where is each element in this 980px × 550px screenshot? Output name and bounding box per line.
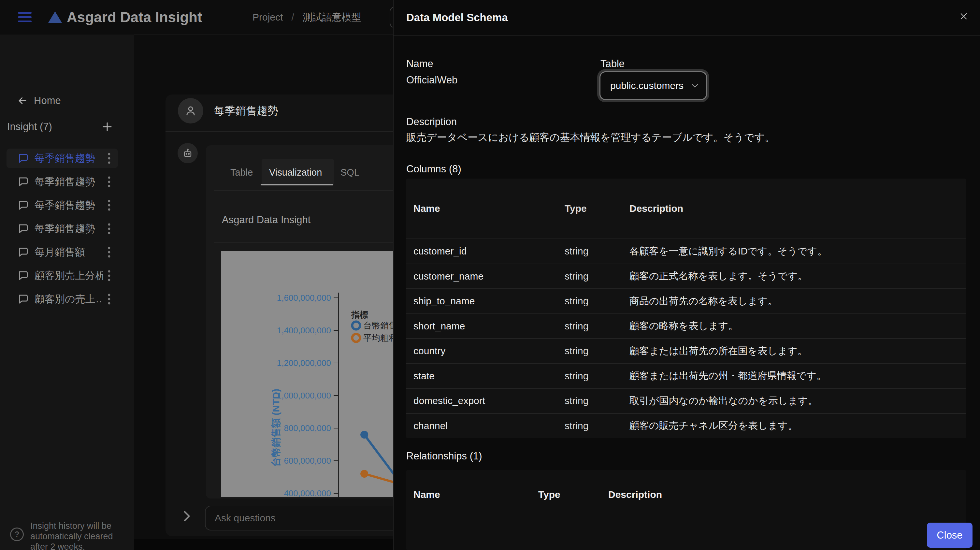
relationships-table: Name Type Description [406,470,966,550]
column-type: string [565,246,630,257]
insight-item-label: 每月銷售額 [35,245,103,259]
modal-title: Data Model Schema [406,0,508,35]
sidebar-insight-item[interactable]: 每季銷售趨勢 [6,149,118,168]
col-header-description: Description [630,203,966,214]
insight-item-label: 顧客別の売上… [35,292,103,306]
tab-visualization[interactable]: Visualization [269,159,322,186]
ask-questions-input[interactable] [205,505,407,531]
svg-text:1,200,000,000: 1,200,000,000 [277,358,331,368]
footer-strip [134,539,407,550]
relationships-section-title: Relationships (1) [406,449,482,463]
insight-item-label: 每季銷售趨勢 [35,222,103,235]
rel-header-name: Name [406,489,538,500]
sidebar-insight-item[interactable]: 每季銷售趨勢 [6,196,118,215]
sidebar-insight-item[interactable]: 每月銷售額 [6,242,118,262]
breadcrumb: Project / 測試語意模型 [253,0,361,35]
columns-table-row: channel string 顧客の販売チャネル区分を表します。 [406,413,966,438]
column-name: channel [406,420,565,431]
column-description: 顧客の略称を表します。 [630,320,966,333]
name-label: Name [406,57,433,71]
arrow-left-icon [17,96,28,106]
svg-text:1,600,000,000: 1,600,000,000 [277,293,331,303]
app-title: Asgard Data Insight [67,0,202,35]
column-name: short_name [406,321,565,332]
divider [214,242,407,243]
kebab-menu-icon[interactable] [108,293,111,305]
divider [214,190,407,191]
sidebar-insight-item[interactable]: 每季銷售趨勢 [6,172,118,192]
sidebar-home-link[interactable]: Home [17,94,61,108]
column-name: customer_name [406,271,565,282]
columns-table-row: country string 顧客または出荷先の所在国を表します。 [406,338,966,363]
columns-rows: customer_id string 各顧客を一意に識別するIDです。そうです。… [406,238,966,438]
tab-sql[interactable]: SQL [340,159,360,186]
breadcrumb-separator: / [291,12,294,23]
columns-table-row: state string 顧客または出荷先の州・都道府県情報です。 [406,363,966,388]
table-select[interactable]: public.customers [600,72,707,100]
svg-text:1,400,000,000: 1,400,000,000 [277,326,331,335]
app-root: Asgard Data Insight Project / 測試語意模型 Hom… [0,0,980,550]
visualization-card-title: Asgard Data Insight [222,210,310,230]
info-question-icon: ? [10,528,24,541]
history-note-text: Insight history will be automatically cl… [30,521,127,550]
chat-bubble-icon [17,270,29,281]
menu-icon[interactable] [18,12,32,22]
user-avatar [178,98,203,124]
chevron-right-icon [180,508,193,525]
column-name: state [406,370,565,382]
plus-icon [101,121,113,133]
description-value: 販売データベースにおける顧客の基本情報を管理するテーブルです。そうです。 [406,130,775,145]
columns-table: Name Type Description customer_id string… [406,178,966,438]
chat-bubble-icon [17,153,29,164]
modal-close-button[interactable] [956,9,971,24]
sales-chart-svg: 400,000,000600,000,000800,000,0001,000,0… [221,251,407,497]
kebab-menu-icon[interactable] [108,223,111,235]
columns-table-row: ship_to_name string 商品の出荷先の名称を表します。 [406,288,966,313]
kebab-menu-icon[interactable] [108,199,111,211]
sidebar: Home Insight (7) 每季銷售趨勢 每季銷售趨勢 每季銷售趨勢 [0,35,134,550]
column-name: domestic_export [406,395,565,406]
sidebar-insight-item[interactable]: 每季銷售趨勢 [6,219,118,238]
close-button[interactable]: Close [927,523,972,548]
kebab-menu-icon[interactable] [108,270,111,281]
columns-table-row: domestic_export string 取引が国内なのか輸出なのかを示しま… [406,388,966,413]
tab-table[interactable]: Table [230,159,253,186]
column-description: 顧客の正式名称を表します。そうです。 [630,269,966,283]
columns-table-header: Name Type Description [406,178,966,238]
svg-text:台幣銷售額 (NTD): 台幣銷售額 (NTD) [270,389,281,467]
sidebar-insight-item[interactable]: 顧客別の売上… [6,289,118,309]
col-header-type: Type [565,203,630,214]
rel-header-type: Type [538,489,608,500]
user-message: 每季銷售趨勢 [214,98,278,124]
column-type: string [565,420,630,431]
svg-text:平均粗利: 平均粗利 [363,333,397,343]
columns-section-title: Columns (8) [406,162,461,176]
column-name: country [406,345,565,356]
breadcrumb-current: 測試語意模型 [303,11,361,24]
rel-header-description: Description [608,489,966,500]
data-model-schema-modal: Data Model Schema Name OfficialWeb Table… [393,0,980,550]
kebab-menu-icon[interactable] [108,153,111,164]
column-type: string [565,271,630,282]
table-select-value: public.customers [610,80,684,91]
columns-table-row: short_name string 顧客の略称を表します。 [406,313,966,339]
assistant-avatar [178,143,198,163]
app-logo-triangle-icon [48,11,62,23]
column-type: string [565,395,630,406]
column-description: 顧客または出荷先の所在国を表します。 [630,344,966,358]
chat-bubble-icon [17,293,29,305]
relationships-table-header: Name Type Description [406,470,966,519]
svg-text:600,000,000: 600,000,000 [284,456,331,466]
chevron-down-icon [691,83,699,88]
kebab-menu-icon[interactable] [108,246,111,258]
kebab-menu-icon[interactable] [108,176,111,188]
add-insight-button[interactable] [101,120,115,134]
column-description: 顧客または出荷先の州・都道府県情報です。 [630,369,966,383]
expand-panel-button[interactable] [180,507,193,525]
chat-bubble-icon [17,246,29,258]
column-name: customer_id [406,246,565,257]
sidebar-insight-item[interactable]: 顧客別売上分析 [6,266,118,285]
column-description: 取引が国内なのか輸出なのかを示します。 [630,394,966,408]
breadcrumb-project[interactable]: Project [253,12,283,23]
column-type: string [565,321,630,332]
